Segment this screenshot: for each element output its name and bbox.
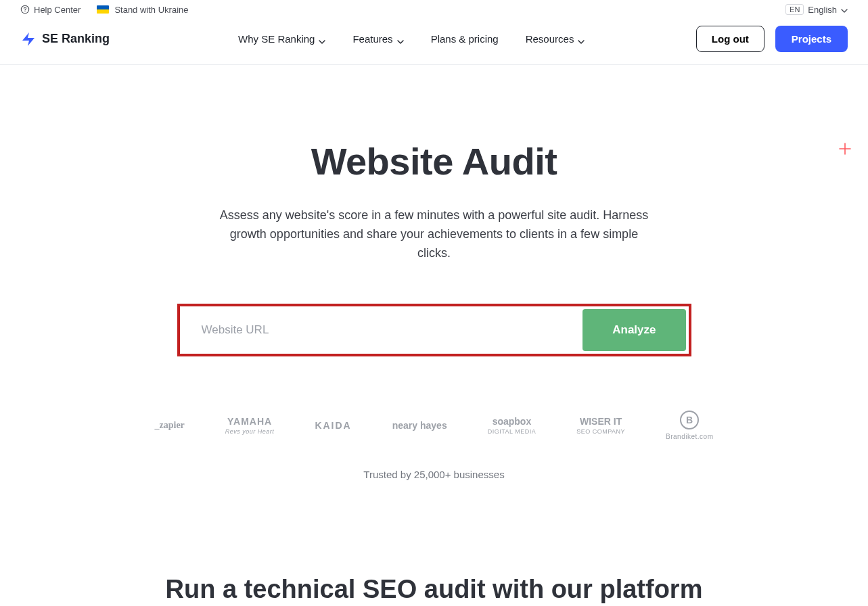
svg-point-1 — [24, 11, 25, 11]
utility-bar: Help Center Stand with Ukraine EN Englis… — [0, 0, 868, 19]
logo-zapier: _zapier — [155, 420, 185, 431]
nav-item-features[interactable]: Features — [352, 33, 403, 45]
svg-text:B: B — [686, 415, 693, 425]
customer-logos-row: _zapier YAMAHA Revs your Heart KAIDA nea… — [103, 411, 766, 440]
logo-wiser-it: WISER IT SEO COMPANY — [576, 416, 625, 435]
technical-audit-section: Run a technical SEO audit with our platf… — [130, 575, 739, 606]
brand-mark-icon — [20, 31, 37, 47]
nav-item-label: Plans & pricing — [431, 33, 499, 45]
nav-item-label: Why SE Ranking — [238, 33, 315, 45]
logo-kaida: KAIDA — [315, 420, 351, 431]
nav-item-resources[interactable]: Resources — [526, 33, 585, 45]
projects-button[interactable]: Projects — [775, 26, 848, 52]
ukraine-link[interactable]: Stand with Ukraine — [97, 5, 188, 15]
help-icon — [20, 5, 30, 14]
brand-logo[interactable]: SE Ranking — [20, 31, 110, 47]
chevron-down-icon — [319, 36, 325, 43]
header-actions: Log out Projects — [696, 26, 848, 52]
url-form-highlight: Analyze — [177, 304, 691, 356]
page-subtitle: Assess any website's score in a few minu… — [218, 206, 651, 263]
utility-bar-left: Help Center Stand with Ukraine — [20, 5, 189, 15]
logo-yamaha: YAMAHA Revs your Heart — [225, 416, 275, 435]
main-header: SE Ranking Why SE Ranking Features Plans… — [0, 19, 868, 65]
logo-brandiket: B Brandiket.com — [666, 411, 713, 440]
brand-name: SE Ranking — [42, 32, 110, 46]
language-code-badge: EN — [785, 4, 804, 15]
chevron-down-icon — [841, 6, 848, 13]
chevron-down-icon — [578, 36, 585, 43]
plus-icon — [838, 142, 852, 159]
section-title: Run a technical SEO audit with our platf… — [130, 575, 739, 604]
chevron-down-icon — [397, 36, 404, 43]
floating-add-button[interactable] — [838, 142, 852, 160]
logo-soapbox: soapbox DIGITAL MEDIA — [488, 416, 536, 435]
language-switcher[interactable]: EN English — [785, 4, 848, 15]
ukraine-label: Stand with Ukraine — [114, 5, 188, 15]
nav-item-why[interactable]: Why SE Ranking — [238, 33, 325, 45]
url-form: Analyze — [183, 309, 686, 351]
page-title: Website Audit — [103, 139, 766, 183]
trusted-by-text: Trusted by 25,000+ businesses — [103, 469, 766, 480]
hero-section: Website Audit Assess any website's score… — [103, 65, 766, 480]
language-name: English — [808, 5, 837, 15]
logout-button[interactable]: Log out — [696, 26, 764, 52]
logo-neary-hayes: neary hayes — [392, 420, 447, 431]
analyze-button[interactable]: Analyze — [583, 309, 685, 351]
ukraine-flag-icon — [97, 5, 109, 14]
help-center-label: Help Center — [34, 5, 81, 15]
nav-item-label: Features — [352, 33, 392, 45]
help-center-link[interactable]: Help Center — [20, 5, 81, 15]
primary-nav: Why SE Ranking Features Plans & pricing … — [238, 33, 585, 45]
nav-item-label: Resources — [526, 33, 574, 45]
brandiket-icon: B — [680, 411, 699, 432]
nav-item-plans[interactable]: Plans & pricing — [431, 33, 499, 45]
website-url-input[interactable] — [183, 309, 583, 351]
